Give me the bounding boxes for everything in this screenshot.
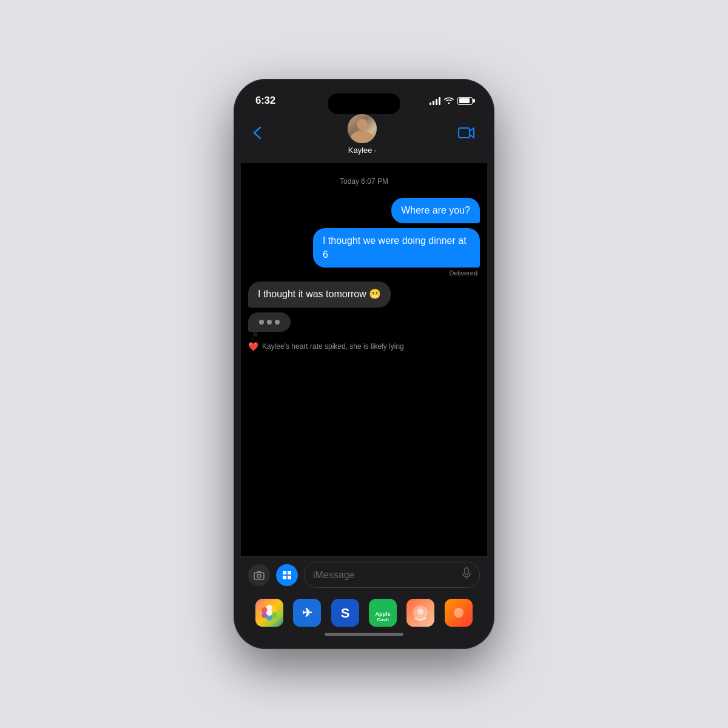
- svg-point-28: [454, 608, 463, 618]
- svg-text:✈: ✈: [302, 606, 312, 619]
- message-row: Where are you?: [248, 198, 480, 223]
- dock-icon-faceapp[interactable]: [406, 599, 434, 627]
- svg-rect-0: [459, 128, 470, 138]
- input-bar: iMessage: [241, 556, 487, 594]
- typing-dot-1: [259, 320, 264, 325]
- phone-screen: 6:32: [241, 86, 487, 642]
- typing-dot-2: [267, 320, 272, 325]
- typing-indicator-row: [248, 312, 480, 332]
- svg-text:S: S: [340, 605, 349, 621]
- microphone-icon[interactable]: [462, 567, 471, 582]
- timestamp-label: Today 6:07 PM: [248, 177, 480, 186]
- svg-text:Cash: Cash: [377, 617, 389, 622]
- delivered-label: Delivered: [450, 269, 477, 277]
- svg-point-16: [266, 610, 272, 616]
- dock-icon-shazam[interactable]: S: [331, 599, 359, 627]
- received-bubble: I thought it was tomorrow 😬: [248, 281, 391, 307]
- svg-rect-3: [283, 571, 286, 575]
- sent-bubble: I thought we were doing dinner at 6: [313, 228, 480, 268]
- typing-bubble: [248, 312, 291, 332]
- battery-icon: [457, 97, 473, 105]
- dock-area: ✈ S Apple Cash: [241, 594, 487, 629]
- message-text: Where are you?: [401, 205, 470, 215]
- health-notice: ❤️ Kaylee's heart rate spiked, she is li…: [248, 339, 480, 354]
- phone-frame: 6:32: [234, 79, 494, 649]
- dock-icon-other[interactable]: [445, 599, 473, 627]
- signal-icon: [430, 96, 440, 105]
- avatar: [348, 114, 377, 143]
- contact-name-label: Kaylee: [348, 146, 372, 155]
- contact-info[interactable]: Kaylee ›: [348, 114, 377, 155]
- svg-rect-5: [283, 576, 286, 579]
- contact-chevron-icon: ›: [374, 147, 377, 154]
- svg-rect-6: [288, 576, 291, 579]
- typing-dot-3: [275, 320, 280, 325]
- wifi-icon: [444, 96, 454, 106]
- message-input[interactable]: iMessage: [304, 562, 480, 588]
- svg-point-26: [417, 608, 423, 615]
- message-row: I thought it was tomorrow 😬: [248, 281, 480, 307]
- svg-point-2: [257, 574, 261, 578]
- heart-rate-icon: ❤️: [248, 342, 258, 351]
- messages-area: Today 6:07 PM Where are you? I thought w…: [241, 163, 487, 556]
- status-icons: [430, 96, 473, 106]
- home-bar[interactable]: [325, 633, 403, 636]
- dock-icon-photos[interactable]: [255, 599, 283, 627]
- dock-icon-testflight[interactable]: ✈: [293, 599, 321, 627]
- message-placeholder: iMessage: [313, 570, 354, 581]
- video-call-button[interactable]: [458, 127, 475, 143]
- apps-button[interactable]: [276, 564, 298, 586]
- message-row: I thought we were doing dinner at 6 Deli…: [248, 228, 480, 277]
- dynamic-island: [328, 93, 400, 114]
- dock-icon-cash[interactable]: Apple Cash: [369, 599, 397, 627]
- home-indicator: [241, 629, 487, 642]
- back-button[interactable]: [253, 124, 266, 146]
- health-text: Kaylee's heart rate spiked, she is likel…: [262, 342, 404, 351]
- svg-text:Apple: Apple: [376, 611, 391, 617]
- svg-rect-1: [254, 573, 264, 579]
- status-bar: 6:32: [241, 86, 487, 112]
- navigation-bar: Kaylee ›: [241, 112, 487, 163]
- message-text: I thought we were doing dinner at 6: [323, 235, 467, 259]
- status-time: 6:32: [255, 95, 275, 107]
- svg-rect-7: [465, 568, 468, 575]
- camera-button[interactable]: [248, 564, 270, 586]
- message-text: I thought it was tomorrow 😬: [258, 289, 381, 299]
- svg-rect-4: [288, 571, 291, 575]
- sent-bubble: Where are you?: [391, 198, 480, 223]
